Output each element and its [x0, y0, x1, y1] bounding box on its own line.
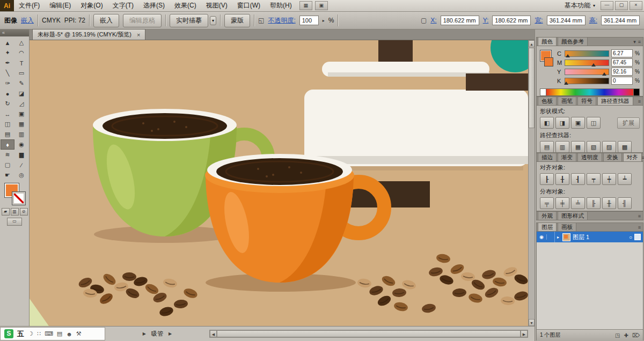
tab-color-guide[interactable]: 颜色参考: [558, 37, 588, 46]
panel-menu-icon[interactable]: ≡: [638, 225, 641, 230]
gradient-button[interactable]: ▥: [11, 208, 19, 216]
tab-stroke[interactable]: 描边: [538, 153, 557, 161]
ime-toolbar[interactable]: S 五 ☽ ∷ ⌨ ▤ ☻ ⚒: [0, 327, 105, 340]
tab-appearance[interactable]: 外观: [538, 211, 557, 220]
live-trace-button[interactable]: 实时描摹: [170, 14, 208, 27]
gradient-tool[interactable]: ▥: [14, 129, 28, 139]
align-v-center-icon[interactable]: ┿: [602, 173, 616, 185]
layer-thumbnail[interactable]: [562, 233, 570, 241]
workspace-switcher[interactable]: 基本功能 ▾: [559, 1, 601, 10]
layer-target-icon[interactable]: ○: [629, 234, 634, 240]
embed-button[interactable]: 嵌入: [93, 14, 119, 27]
artboard-canvas[interactable]: [30, 40, 528, 326]
shape-builder-tool[interactable]: ◫: [1, 119, 14, 129]
scale-tool[interactable]: ◿: [14, 99, 28, 109]
tab-transparency[interactable]: 透明度: [577, 153, 602, 161]
status-right-arrow-icon[interactable]: ▶: [169, 331, 172, 336]
menu-item-window[interactable]: 窗口(W): [232, 0, 265, 11]
ime-mode-label[interactable]: 五: [17, 329, 24, 339]
opacity-input[interactable]: 100: [299, 16, 319, 25]
menu-item-help[interactable]: 帮助(H): [265, 0, 297, 11]
mesh-tool[interactable]: ▤: [1, 129, 14, 139]
tab-layers[interactable]: 图层: [538, 223, 557, 231]
divide-icon[interactable]: ▤: [540, 141, 554, 153]
cyan-slider-marker[interactable]: [566, 54, 570, 57]
tab-brushes[interactable]: 画笔: [558, 97, 576, 105]
x-field-label[interactable]: X:: [430, 17, 436, 24]
zoom-tool[interactable]: ◎: [14, 170, 28, 180]
tab-artboards[interactable]: 画板: [558, 223, 576, 231]
stroke-color-swatch[interactable]: [12, 192, 25, 205]
screen-mode-button[interactable]: ▭: [7, 218, 22, 226]
color-spectrum-bar[interactable]: [540, 88, 640, 96]
visibility-eye-icon[interactable]: ◉: [537, 234, 547, 240]
edit-original-button[interactable]: 编辑原稿: [123, 14, 162, 27]
live-trace-dropdown-button[interactable]: ▾: [210, 16, 216, 25]
stroke-color-swatch[interactable]: [544, 57, 553, 66]
width-tool[interactable]: ↔: [1, 109, 14, 119]
minus-front-icon[interactable]: ◨: [555, 117, 569, 129]
distribute-h-center-icon[interactable]: ╫: [602, 197, 616, 209]
column-graph-tool[interactable]: ▆: [14, 150, 28, 160]
type-tool[interactable]: T: [14, 58, 28, 68]
close-button[interactable]: ×: [630, 1, 642, 10]
panel-menu-icon[interactable]: ≡: [638, 99, 641, 104]
expand-button[interactable]: 扩展: [617, 117, 640, 129]
width-field[interactable]: 361.244 mm: [547, 16, 586, 25]
horizontal-scroll-thumb[interactable]: [217, 330, 521, 337]
distribute-right-icon[interactable]: ╢: [618, 197, 632, 209]
black-swatch[interactable]: [633, 89, 639, 95]
menu-item-view[interactable]: 视图(V): [201, 0, 232, 11]
bridge-icon[interactable]: ▦: [299, 1, 312, 10]
menu-item-select[interactable]: 选择(S): [138, 0, 170, 11]
lock-cell[interactable]: [547, 232, 555, 242]
wrench-icon[interactable]: ⚒: [76, 330, 82, 337]
new-layer-icon[interactable]: ✚: [624, 332, 628, 338]
align-h-center-icon[interactable]: ╂: [555, 173, 569, 185]
distribute-top-icon[interactable]: ╤: [540, 197, 554, 209]
cyan-value-input[interactable]: 6.27: [611, 49, 633, 57]
punctuation-icon[interactable]: ∷: [37, 330, 41, 337]
direct-selection-tool[interactable]: △: [14, 38, 28, 48]
crop-icon[interactable]: ▧: [587, 141, 601, 153]
layer-row[interactable]: ◉ ▸ 图层 1 ○: [537, 232, 643, 242]
tab-color[interactable]: 颜色: [538, 37, 557, 46]
magenta-slider-marker[interactable]: [591, 63, 596, 66]
panel-menu-icon[interactable]: ≡: [642, 155, 644, 160]
outline-icon[interactable]: ▨: [602, 141, 616, 153]
x-field[interactable]: 180.622 mm: [441, 16, 479, 25]
slice-tool[interactable]: ∕: [14, 160, 28, 170]
make-mask-icon[interactable]: ◳: [615, 332, 620, 338]
arrange-documents-icon[interactable]: ▣: [315, 1, 328, 10]
black-slider-marker[interactable]: [564, 81, 568, 85]
height-field-label[interactable]: 高:: [589, 16, 597, 25]
black-value-input[interactable]: 0: [611, 77, 633, 85]
moon-icon[interactable]: ☽: [28, 330, 33, 337]
vertical-scrollbar[interactable]: ▲ ▼: [528, 40, 535, 326]
magenta-slider[interactable]: [565, 60, 609, 66]
keyboard-icon[interactable]: ⌨: [45, 330, 53, 337]
menu-item-type[interactable]: 文字(T): [108, 0, 138, 11]
merge-icon[interactable]: ▦: [571, 141, 585, 153]
align-top-icon[interactable]: ┯: [587, 173, 601, 185]
distribute-v-center-icon[interactable]: ╪: [555, 197, 569, 209]
tab-graphic-styles[interactable]: 图形样式: [558, 211, 588, 220]
clipboard-icon[interactable]: ▤: [57, 330, 62, 337]
magenta-value-input[interactable]: 67.45: [611, 58, 633, 66]
tab-pathfinder[interactable]: 路径查找器: [597, 97, 633, 105]
exclude-icon[interactable]: ◫: [587, 117, 601, 129]
selection-indicator[interactable]: [634, 234, 641, 240]
hand-tool[interactable]: ☛: [1, 170, 14, 180]
scroll-left-icon[interactable]: ◀: [210, 330, 217, 337]
opacity-stepper[interactable]: ▸: [323, 18, 325, 23]
panel-menu-icon[interactable]: ≡: [638, 39, 641, 45]
tab-transform[interactable]: 变换: [603, 153, 622, 161]
y-field-label[interactable]: Y:: [483, 17, 489, 24]
avatar-icon[interactable]: ☻: [66, 331, 72, 337]
distribute-bottom-icon[interactable]: ╧: [571, 197, 585, 209]
selection-tool[interactable]: ▲: [1, 38, 14, 48]
yellow-value-input[interactable]: 92.16: [611, 68, 633, 76]
trim-icon[interactable]: ▥: [555, 141, 569, 153]
eyedropper-tool[interactable]: ♦: [1, 139, 14, 150]
current-tool-label[interactable]: 吸管: [151, 330, 163, 338]
